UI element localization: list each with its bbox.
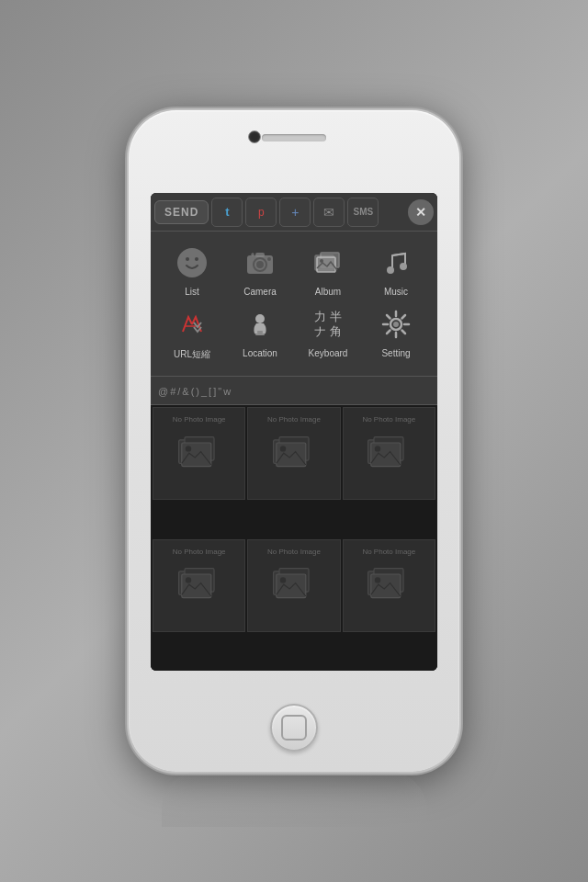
- no-photo-label-3: No Photo Image: [344, 415, 435, 424]
- url-shorten-icon: [172, 304, 212, 345]
- svg-point-50: [280, 577, 286, 582]
- svg-point-7: [267, 257, 271, 261]
- icons-panel: List: [151, 232, 437, 377]
- svg-point-16: [400, 263, 407, 270]
- camera-label: Camera: [243, 287, 277, 297]
- svg-rect-19: [257, 331, 263, 334]
- svg-line-27: [387, 315, 390, 319]
- camera-icon: [240, 243, 280, 283]
- pocket-icon: p: [258, 206, 265, 219]
- svg-rect-20: [255, 334, 265, 335]
- sms-icon: SMS: [354, 207, 374, 217]
- location-label: Location: [243, 348, 277, 358]
- twitter-icon: t: [225, 205, 229, 219]
- svg-point-42: [375, 446, 380, 451]
- sms-button[interactable]: SMS: [347, 198, 379, 227]
- photo-placeholder-icon-5: [272, 567, 316, 604]
- svg-line-28: [402, 331, 406, 334]
- svg-rect-45: [181, 574, 210, 598]
- photo-placeholder-icon-2: [272, 435, 316, 472]
- svg-point-38: [280, 446, 286, 451]
- phone-frame: SEND t p + ✉ SMS ✕: [129, 110, 459, 772]
- camera-lens: [248, 130, 261, 143]
- photo-grid: No Photo Image No Photo Image: [151, 405, 437, 671]
- location-icon: [240, 304, 280, 345]
- svg-rect-37: [277, 443, 306, 467]
- send-button[interactable]: SEND: [154, 200, 209, 224]
- screen-area: SEND t p + ✉ SMS ✕: [151, 193, 437, 671]
- home-button-inner: [281, 715, 307, 741]
- svg-point-13: [320, 259, 323, 263]
- speaker-grille: [262, 134, 326, 141]
- plus-button[interactable]: +: [279, 198, 311, 227]
- camera-icon-item[interactable]: Camera: [232, 243, 288, 297]
- svg-point-54: [375, 577, 380, 582]
- icons-row-1: List: [158, 243, 430, 297]
- plus-icon: +: [291, 205, 299, 220]
- svg-point-34: [185, 446, 190, 451]
- photo-cell-3[interactable]: No Photo Image: [343, 407, 435, 500]
- keyboard-area: @#/&()_[]"w: [151, 377, 437, 405]
- album-icon: [308, 243, 348, 283]
- screen: SEND t p + ✉ SMS ✕: [151, 193, 437, 671]
- svg-rect-6: [255, 253, 265, 257]
- no-photo-label-2: No Photo Image: [248, 415, 339, 424]
- music-icon: [376, 243, 416, 283]
- list-label: List: [185, 287, 199, 297]
- location-icon-item[interactable]: Location: [232, 304, 288, 361]
- svg-rect-53: [371, 574, 401, 598]
- setting-label: Setting: [381, 348, 410, 358]
- music-label: Music: [384, 287, 408, 297]
- no-photo-label-1: No Photo Image: [153, 415, 244, 424]
- svg-point-1: [186, 257, 189, 261]
- album-icon-item[interactable]: Album: [300, 243, 356, 297]
- photo-cell-2[interactable]: No Photo Image: [247, 407, 340, 500]
- svg-point-18: [255, 314, 265, 323]
- photo-placeholder-icon-1: [177, 435, 221, 472]
- svg-point-5: [256, 261, 264, 268]
- twitter-button[interactable]: t: [211, 198, 243, 227]
- setting-icon-item[interactable]: Setting: [368, 304, 424, 361]
- svg-line-14: [392, 254, 405, 255]
- keyboard-icon: 力 半 ナ 角: [308, 304, 348, 345]
- svg-line-30: [387, 331, 390, 334]
- toolbar: SEND t p + ✉ SMS ✕: [151, 193, 437, 232]
- url-label: URL短縮: [174, 348, 210, 361]
- photo-placeholder-icon-4: [177, 567, 221, 604]
- home-button[interactable]: [270, 704, 318, 752]
- photo-cell-5[interactable]: No Photo Image: [247, 539, 340, 632]
- url-icon-item[interactable]: URL短縮: [164, 304, 220, 361]
- svg-point-22: [393, 322, 399, 327]
- icons-row-2: URL短縮 Location: [158, 304, 430, 361]
- svg-rect-49: [277, 574, 306, 598]
- svg-rect-41: [371, 443, 401, 467]
- no-photo-label-5: No Photo Image: [248, 548, 339, 556]
- keyboard-chars: 力 半 ナ 角: [314, 310, 342, 338]
- photo-cell-1[interactable]: No Photo Image: [153, 407, 245, 500]
- setting-icon: [376, 304, 416, 345]
- close-button[interactable]: ✕: [408, 199, 434, 225]
- svg-line-29: [402, 315, 406, 319]
- no-photo-label-4: No Photo Image: [153, 548, 244, 556]
- keyboard-label: Keyboard: [309, 348, 348, 358]
- mail-button[interactable]: ✉: [313, 198, 345, 227]
- list-icon: [172, 243, 212, 283]
- photo-cell-6[interactable]: No Photo Image: [343, 539, 435, 632]
- svg-point-2: [195, 257, 198, 261]
- no-photo-label-6: No Photo Image: [344, 548, 435, 556]
- mail-icon: ✉: [323, 205, 334, 220]
- pocket-button[interactable]: p: [245, 198, 277, 227]
- photo-cell-4[interactable]: No Photo Image: [153, 539, 245, 632]
- photo-placeholder-icon-3: [367, 435, 411, 472]
- keyboard-text: @#/&()_[]"w: [158, 386, 232, 397]
- list-icon-item[interactable]: List: [164, 243, 220, 297]
- album-label: Album: [315, 287, 341, 297]
- svg-rect-33: [181, 443, 210, 467]
- close-icon: ✕: [415, 205, 426, 220]
- photo-placeholder-icon-6: [367, 567, 411, 604]
- svg-point-15: [387, 266, 394, 274]
- svg-point-0: [177, 248, 207, 277]
- keyboard-icon-item[interactable]: 力 半 ナ 角 Keyboard: [300, 304, 356, 361]
- music-icon-item[interactable]: Music: [368, 243, 424, 297]
- svg-point-46: [185, 577, 190, 582]
